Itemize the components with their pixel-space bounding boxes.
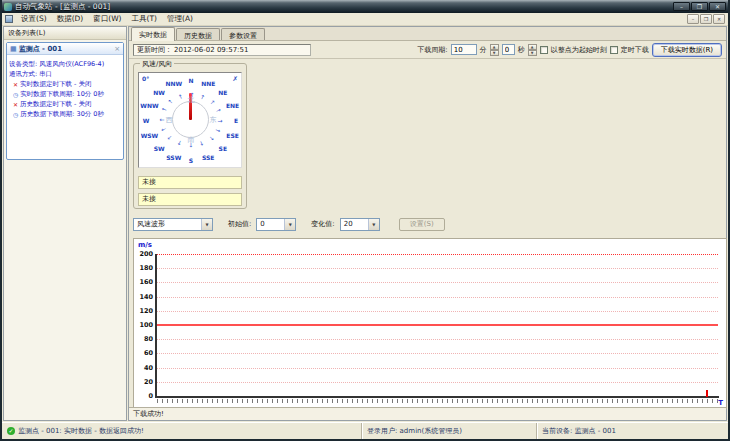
download-realtime-button[interactable]: 下载实时数据(R)	[652, 43, 722, 57]
compass-direction-label: NE	[218, 88, 227, 95]
device-info-line: ◷实时数据下载周期: 10分 0秒	[9, 89, 121, 99]
menu-item-3[interactable]: 窗口(W)	[89, 13, 125, 25]
compass-arrow-icon: →	[207, 133, 216, 142]
seconds-stepper[interactable]: ▲▼	[528, 44, 537, 56]
y-tick-label: 20	[134, 378, 153, 386]
compass-arrow-icon: →	[159, 117, 164, 124]
mdi-child-icon	[5, 15, 13, 23]
main-panel: 实时数据历史数据参数设置 更新时间： 2012-06-02 09:57:51 下…	[128, 26, 727, 421]
initial-value-label: 初始值:	[228, 219, 251, 229]
menu-item-5[interactable]: 管理(A)	[163, 13, 197, 25]
wind-speed-field: 未接	[138, 176, 242, 189]
gridline	[157, 268, 718, 269]
window-title: 自动气象站 - [监测点 - 001]	[15, 2, 110, 12]
device-info-line: ✕实时数据定时下载 - 关闭	[9, 79, 121, 89]
compass-direction-label: NNE	[201, 80, 215, 87]
statusbar-user-text: 登录用户: admin(系统管理员)	[367, 426, 462, 436]
reference-line-100	[157, 324, 718, 326]
waveform-select[interactable]: 风速波形 ▼	[133, 218, 213, 231]
compass-direction-label: ESE	[226, 132, 239, 139]
device-panel-header[interactable]: ▦ 监测点 - 001 ×	[7, 43, 123, 55]
mdi-restore-button[interactable]: ❐	[700, 14, 712, 24]
maximize-button[interactable]: ❐	[691, 2, 708, 11]
wind-group: 风速/风向 0° ✗ N→NNE→NE→ENE→E→ESE→SE→SSE→S→S…	[133, 63, 247, 209]
x-axis-red-marker	[706, 390, 708, 397]
tab-bar: 实时数据历史数据参数设置	[129, 27, 726, 41]
close-button[interactable]: ✕	[709, 2, 726, 11]
compass-direction-label: WNW	[140, 101, 158, 108]
settings-button[interactable]: 设置(S)	[399, 218, 445, 231]
device-info-line: 通讯方式: 串口	[9, 69, 121, 79]
compass-direction-label: SW	[154, 145, 165, 152]
compass-arrow-icon: →	[176, 139, 184, 146]
wind-compass: 0° ✗ N→NNE→NE→ENE→E→ESE→SE→SSE→S→SSW→SW→…	[138, 72, 242, 168]
gridline	[157, 368, 718, 369]
y-tick-label: 80	[134, 335, 153, 343]
statusbar-device-pane: 当前设备: 监测点 - 001	[537, 423, 728, 439]
menu-item-2[interactable]: 数据(D)	[53, 13, 88, 25]
download-status-strip: 下载成功!	[129, 407, 726, 420]
app-icon	[4, 3, 12, 11]
period-minutes-input[interactable]	[451, 44, 477, 55]
gridline	[157, 382, 718, 383]
y-tick-label: 40	[134, 364, 153, 372]
update-time-box: 更新时间： 2012-06-02 09:57:51	[133, 44, 311, 56]
change-value-select[interactable]: 20 ▼	[340, 218, 380, 231]
period-seconds-input[interactable]	[502, 44, 515, 55]
device-info-text: 设备类型: 风速风向仪(ACF96-4)	[9, 60, 104, 69]
compass-direction-label: N	[188, 77, 193, 84]
wind-angle-value: 0°	[142, 75, 149, 82]
device-info-line: ◷历史数据下载周期: 30分 0秒	[9, 109, 121, 119]
compass-arrow-icon: →	[161, 106, 168, 114]
y-tick-label: 180	[134, 264, 153, 272]
compass-inner-label-s: 南	[188, 135, 195, 145]
wind-speed-chart: m/s T 020406080100120140160180200	[133, 238, 727, 409]
statusbar-result-text: 监测点 - 001: 实时数据 - 数据返回成功!	[18, 426, 144, 436]
timed-download-label: 定时下载	[621, 45, 649, 55]
panel-close-icon[interactable]: ×	[114, 45, 120, 53]
success-check-icon: ✓	[7, 427, 15, 435]
x-icon: ✕	[13, 81, 18, 88]
y-tick-label: 120	[134, 307, 153, 315]
compass-direction-label: W	[143, 117, 150, 124]
compass-arrow-icon: →	[214, 125, 221, 133]
compass-inner-label-w: 西	[166, 115, 173, 125]
compass-direction-label: NW	[153, 88, 165, 95]
minimize-button[interactable]: –	[673, 2, 690, 11]
device-info-text: 历史数据下载周期: 30分 0秒	[20, 110, 104, 119]
device-info-text: 历史数据定时下载 - 关闭	[20, 100, 91, 109]
compass-direction-label: SSE	[202, 153, 214, 160]
compass-direction-label: WSW	[141, 132, 159, 139]
tab-2[interactable]: 历史数据	[176, 28, 220, 40]
y-axis	[155, 254, 157, 398]
window-body: 设备列表(L) ▦ 监测点 - 001 × 设备类型: 风速风向仪(ACF96-…	[2, 26, 728, 422]
wind-group-label: 风速/风向	[140, 59, 174, 69]
statusbar-user-pane: 登录用户: admin(系统管理员)	[362, 423, 537, 439]
mdi-close-button[interactable]: ✕	[713, 14, 725, 24]
compass-arrow-icon: →	[207, 98, 216, 107]
chart-unit-label: m/s	[138, 241, 152, 249]
update-time-label: 更新时间：	[137, 45, 172, 55]
compass-direction-label: SE	[219, 145, 227, 152]
tab-1[interactable]: 实时数据	[131, 27, 175, 41]
align-start-checkbox[interactable]	[540, 46, 548, 54]
mdi-minimize-button[interactable]: –	[687, 14, 699, 24]
chevron-down-icon: ▼	[368, 219, 379, 230]
seconds-unit-label: 秒	[518, 45, 525, 55]
device-info-text: 实时数据定时下载 - 关闭	[20, 80, 91, 89]
menu-items: 设置(S)数据(D)窗口(W)工具(T)管理(A)	[17, 13, 199, 25]
update-time-value: 2012-06-02 09:57:51	[174, 46, 248, 54]
reference-line-200	[157, 254, 718, 255]
tab-3[interactable]: 参数设置	[221, 28, 265, 40]
timed-download-checkbox[interactable]	[610, 46, 618, 54]
device-icon: ▦	[10, 45, 17, 53]
compass-direction-label: NNW	[165, 80, 182, 87]
initial-value-select[interactable]: 0 ▼	[256, 218, 296, 231]
minutes-stepper[interactable]: ▲▼	[490, 44, 499, 56]
wind-direction-field: 未接	[138, 193, 242, 206]
chevron-down-icon: ▼	[284, 219, 295, 230]
menu-item-4[interactable]: 工具(T)	[128, 13, 161, 25]
no-data-x-icon: ✗	[233, 75, 238, 83]
download-period-label: 下载周期:	[417, 45, 447, 55]
menu-item-1[interactable]: 设置(S)	[17, 13, 51, 25]
